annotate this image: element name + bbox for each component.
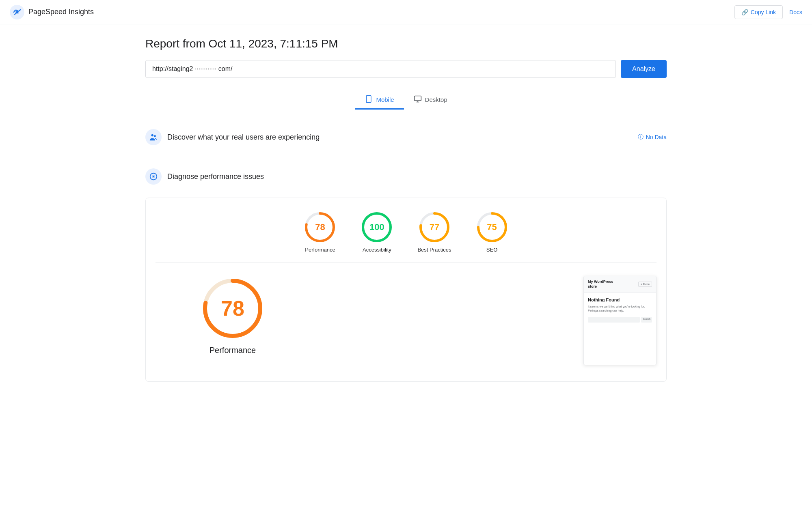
screenshot-search-btn: Search [641, 317, 652, 323]
screenshot-site-name: My WordPress store [588, 280, 613, 289]
seo-label: SEO [486, 247, 497, 253]
desktop-icon [414, 95, 422, 104]
performance-score: 78 [315, 222, 325, 232]
score-item-accessibility: 100 Accessibility [361, 211, 393, 253]
docs-link[interactable]: Docs [789, 9, 802, 15]
best-practices-score: 77 [430, 222, 439, 232]
screenshot-search-input [588, 317, 640, 323]
tab-mobile[interactable]: Mobile [355, 91, 404, 110]
diagnose-title: Diagnose performance issues [167, 172, 264, 181]
real-users-header: Discover what your real users are experi… [145, 123, 667, 152]
report-title: Report from Oct 11, 2023, 7:11:15 PM [145, 37, 667, 50]
scores-row: 78 Performance 100 Accessibility [155, 211, 657, 253]
large-performance-circle: 78 [200, 276, 265, 341]
performance-circle: 78 [304, 211, 336, 243]
seo-score: 75 [487, 222, 497, 232]
best-practices-circle: 77 [418, 211, 451, 243]
header-left: PageSpeed Insights [10, 5, 94, 19]
link-icon: 🔗 [741, 9, 748, 15]
accessibility-circle: 100 [361, 211, 393, 243]
large-score-left: 78 Performance [155, 276, 310, 365]
screenshot-desc: It seems we can't find what you're looki… [588, 305, 652, 313]
score-item-performance: 78 Performance [304, 211, 336, 253]
large-performance-score: 78 [221, 296, 244, 321]
main-content: Report from Oct 11, 2023, 7:11:15 PM Ana… [126, 24, 686, 405]
screenshot-menu-btn: ≡ Menu [638, 282, 652, 287]
real-users-title: Discover what your real users are experi… [167, 133, 320, 142]
url-row: Analyze [145, 60, 667, 78]
mobile-icon [365, 95, 373, 104]
accessibility-score: 100 [369, 222, 384, 232]
info-icon: ⓘ [638, 133, 644, 141]
large-score-section: 78 Performance My WordPress store ≡ Menu… [155, 269, 657, 372]
accessibility-label: Accessibility [363, 247, 391, 253]
real-users-section: Discover what your real users are experi… [145, 123, 667, 152]
screenshot-frame: My WordPress store ≡ Menu Nothing Found … [583, 276, 657, 365]
large-score-spacer [323, 276, 483, 365]
tab-mobile-label: Mobile [376, 96, 394, 103]
screenshot-body: Nothing Found It seems we can't find wha… [584, 293, 656, 327]
tab-desktop-label: Desktop [425, 96, 447, 103]
svg-point-12 [153, 176, 154, 177]
analyze-button[interactable]: Analyze [621, 60, 667, 78]
screenshot-nothing-found: Nothing Found [588, 297, 652, 302]
copy-link-button[interactable]: 🔗 Copy Link [734, 5, 783, 19]
svg-rect-5 [414, 96, 421, 101]
tab-desktop[interactable]: Desktop [404, 91, 457, 110]
performance-label: Performance [305, 247, 335, 253]
screenshot-search-row: Search [588, 317, 652, 323]
large-performance-label: Performance [209, 346, 256, 355]
header-right: 🔗 Copy Link Docs [734, 5, 802, 19]
real-users-header-left: Discover what your real users are experi… [145, 129, 320, 145]
pagespeed-logo [10, 5, 24, 19]
screenshot-header: My WordPress store ≡ Menu [584, 276, 656, 293]
diagnose-header: Diagnose performance issues [145, 162, 667, 191]
svg-point-8 [151, 134, 154, 137]
url-input[interactable] [145, 60, 616, 78]
score-card: 78 Performance 100 Accessibility [145, 198, 667, 382]
app-title: PageSpeed Insights [28, 8, 94, 16]
real-users-icon [145, 129, 162, 145]
no-data-link[interactable]: ⓘ No Data [638, 133, 667, 141]
score-item-seo: 75 SEO [476, 211, 508, 253]
diagnose-icon [145, 168, 162, 185]
header: PageSpeed Insights 🔗 Copy Link Docs [0, 0, 812, 24]
best-practices-label: Best Practices [417, 247, 451, 253]
no-data-label: No Data [646, 134, 667, 140]
screenshot-area: My WordPress store ≡ Menu Nothing Found … [496, 276, 657, 365]
seo-circle: 75 [476, 211, 508, 243]
score-divider [155, 263, 657, 263]
score-item-best-practices: 77 Best Practices [417, 211, 451, 253]
diagnose-section: Diagnose performance issues 78 Performan… [145, 162, 667, 382]
svg-point-9 [154, 135, 156, 137]
tab-bar: Mobile Desktop [145, 91, 667, 110]
